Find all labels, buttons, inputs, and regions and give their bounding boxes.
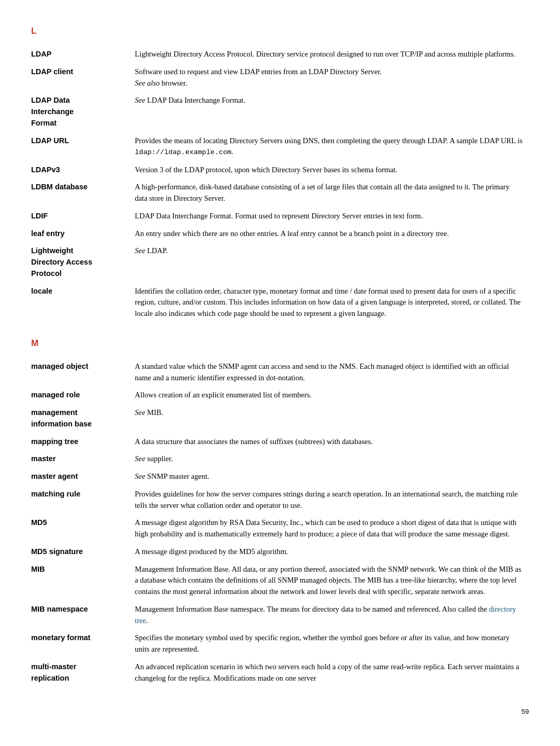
list-item: matching rule Provides guidelines for ho… (31, 486, 529, 515)
term: multi-masterreplication (31, 658, 135, 687)
definition: LDAP Data Interchange Format. Format use… (135, 208, 529, 225)
list-item: leaf entry An entry under which there ar… (31, 225, 529, 243)
definition: See supplier. (135, 450, 529, 468)
term: LightweightDirectory AccessProtocol (31, 242, 135, 282)
definition: Specifies the monetary symbol used by sp… (135, 629, 529, 658)
definition: A standard value which the SNMP agent ca… (135, 358, 529, 387)
definition: Lightweight Directory Access Protocol. D… (135, 46, 529, 63)
definition: See MIB. (135, 404, 529, 433)
section-m: M managed object A standard value which … (31, 338, 529, 687)
list-item: LDAPv3 Version 3 of the LDAP protocol, u… (31, 161, 529, 179)
definition: See LDAP. (135, 242, 529, 282)
definition: Identifies the collation order, characte… (135, 283, 529, 323)
list-item: LDAP Lightweight Directory Access Protoc… (31, 46, 529, 63)
definition: Version 3 of the LDAP protocol, upon whi… (135, 161, 529, 179)
term: LDAP DataInterchangeFormat (31, 92, 135, 132)
definition: Provides the means of locating Directory… (135, 132, 529, 161)
code-snippet: ldap://ldap.example.com (135, 148, 231, 156)
term: MIB (31, 561, 135, 601)
list-item: master agent See SNMP master agent. (31, 468, 529, 486)
list-item: LDIF LDAP Data Interchange Format. Forma… (31, 208, 529, 225)
list-item: MIB Management Information Base. All dat… (31, 561, 529, 601)
list-item: LDAP URL Provides the means of locating … (31, 132, 529, 161)
term: LDBM database (31, 178, 135, 208)
term: leaf entry (31, 225, 135, 243)
term: master agent (31, 468, 135, 486)
definition: Provides guidelines for how the server c… (135, 486, 529, 515)
section-letter-l: L (31, 26, 529, 36)
list-item: managed object A standard value which th… (31, 358, 529, 387)
list-item: MIB namespace Management Information Bas… (31, 601, 529, 630)
list-item: managed role Allows creation of an expli… (31, 386, 529, 404)
section-l-table: LDAP Lightweight Directory Access Protoc… (31, 46, 529, 323)
list-item: managementinformation base See MIB. (31, 404, 529, 433)
term: LDAP (31, 46, 135, 63)
list-item: LDBM database A high-performance, disk-b… (31, 178, 529, 208)
list-item: LDAP client Software used to request and… (31, 63, 529, 92)
page-number: 59 (31, 708, 529, 715)
term: managementinformation base (31, 404, 135, 433)
list-item: MD5 A message digest algorithm by RSA Da… (31, 514, 529, 543)
glossary-page: L LDAP Lightweight Directory Access Prot… (31, 26, 529, 715)
list-item: master See supplier. (31, 450, 529, 468)
term: LDAPv3 (31, 161, 135, 179)
term: master (31, 450, 135, 468)
term: managed object (31, 358, 135, 387)
definition: Management Information Base namespace. T… (135, 601, 529, 630)
list-item: multi-masterreplication An advanced repl… (31, 658, 529, 687)
term: matching rule (31, 486, 135, 515)
list-item: MD5 signature A message digest produced … (31, 543, 529, 561)
term: MIB namespace (31, 601, 135, 630)
section-m-table: managed object A standard value which th… (31, 358, 529, 687)
section-letter-m: M (31, 338, 529, 349)
definition: Management Information Base. All data, o… (135, 561, 529, 601)
definition: A message digest algorithm by RSA Data S… (135, 514, 529, 543)
directory-tree-link[interactable]: directory tree (135, 605, 516, 625)
definition: A message digest produced by the MD5 alg… (135, 543, 529, 561)
list-item: mapping tree A data structure that assoc… (31, 433, 529, 451)
list-item: LDAP DataInterchangeFormat See LDAP Data… (31, 92, 529, 132)
term: monetary format (31, 629, 135, 658)
term: LDIF (31, 208, 135, 225)
term: MD5 (31, 514, 135, 543)
term: managed role (31, 386, 135, 404)
definition: An entry under which there are no other … (135, 225, 529, 243)
section-l: L LDAP Lightweight Directory Access Prot… (31, 26, 529, 323)
term: LDAP client (31, 63, 135, 92)
definition: See SNMP master agent. (135, 468, 529, 486)
term: MD5 signature (31, 543, 135, 561)
definition: See LDAP Data Interchange Format. (135, 92, 529, 132)
list-item: locale Identifies the collation order, c… (31, 283, 529, 323)
term: LDAP URL (31, 132, 135, 161)
list-item: LightweightDirectory AccessProtocol See … (31, 242, 529, 282)
list-item: monetary format Specifies the monetary s… (31, 629, 529, 658)
definition: Software used to request and view LDAP e… (135, 63, 529, 92)
definition: Allows creation of an explicit enumerate… (135, 386, 529, 404)
definition: An advanced replication scenario in whic… (135, 658, 529, 687)
term: locale (31, 283, 135, 323)
definition: A high-performance, disk-based database … (135, 178, 529, 208)
definition: A data structure that associates the nam… (135, 433, 529, 451)
term: mapping tree (31, 433, 135, 451)
